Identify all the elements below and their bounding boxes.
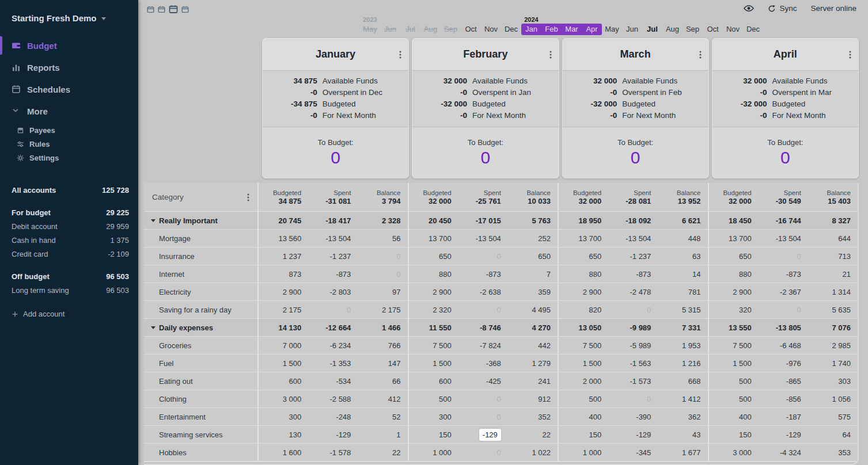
sidebar-item-reports[interactable]: Reports [0, 56, 138, 78]
account-row-cash-in-hand[interactable]: Cash in hand1 375 [0, 233, 138, 247]
balance-cell[interactable]: 412 [358, 390, 407, 407]
budgeted-cell[interactable]: 13 560 [259, 230, 308, 247]
balance-cell[interactable]: 303 [808, 372, 858, 390]
balance-cell[interactable]: 2 985 [808, 337, 858, 354]
budgeted-cell[interactable]: 7 500 [709, 337, 759, 354]
budgeted-cell[interactable]: 2 320 [409, 301, 458, 318]
budgeted-cell[interactable]: 13 550 [709, 319, 759, 336]
spent-cell[interactable]: -1 353 [308, 355, 358, 372]
month-nav-apr[interactable]: Apr [582, 24, 602, 35]
balance-cell[interactable]: 448 [658, 230, 707, 247]
sidebar-item-payees[interactable]: Payees [0, 123, 138, 137]
spent-cell[interactable]: -856 [759, 390, 808, 407]
spent-cell[interactable]: -873 [308, 265, 358, 283]
balance-cell[interactable]: 7 076 [808, 319, 858, 336]
column-header-spent[interactable]: Spent-30 549 [759, 183, 808, 211]
spent-cell[interactable]: -873 [608, 265, 658, 283]
budgeted-cell[interactable]: 650 [709, 247, 759, 265]
budgeted-cell[interactable]: 18 450 [709, 212, 759, 229]
balance-cell[interactable]: 147 [358, 355, 407, 372]
spent-cell[interactable]: -1 563 [608, 355, 658, 372]
spent-cell[interactable]: -17 015 [458, 212, 508, 229]
budgeted-cell[interactable]: 880 [559, 265, 608, 283]
spent-cell[interactable]: -865 [759, 372, 808, 390]
budgeted-cell[interactable]: 880 [409, 265, 458, 283]
budgeted-cell[interactable]: 300 [259, 408, 308, 425]
account-row-debit-account[interactable]: Debit account29 959 [0, 219, 138, 233]
budgeted-cell[interactable]: 20 745 [259, 212, 308, 229]
balance-cell[interactable]: 1 314 [808, 283, 858, 300]
calendar-view-button-1[interactable] [147, 6, 154, 13]
balance-cell[interactable]: 353 [808, 444, 858, 461]
budgeted-cell[interactable]: 3 000 [709, 444, 759, 461]
spent-cell[interactable]: -534 [308, 372, 358, 390]
spent-cell[interactable]: -129 [608, 426, 658, 443]
balance-cell[interactable]: 241 [508, 372, 558, 390]
balance-cell[interactable]: 0 [358, 247, 407, 265]
sidebar-item-schedules[interactable]: Schedules [0, 78, 138, 100]
spent-cell[interactable]: 0 [458, 390, 508, 407]
budgeted-cell[interactable]: 2 900 [559, 283, 608, 300]
category-name[interactable]: Saving for a rainy day [144, 301, 257, 318]
spent-cell[interactable]: 0 [458, 444, 508, 461]
budgeted-cell[interactable]: 320 [709, 301, 759, 318]
budgeted-cell[interactable]: 150 [559, 426, 608, 443]
balance-cell[interactable]: 7 331 [658, 319, 707, 336]
balance-cell[interactable]: 912 [508, 390, 558, 407]
budgeted-cell[interactable]: 14 130 [259, 319, 308, 336]
category-name[interactable]: Fuel [144, 355, 257, 372]
balance-cell[interactable]: 14 [658, 265, 707, 283]
spent-cell[interactable]: -18 092 [608, 212, 658, 229]
spent-cell[interactable]: -1 237 [608, 247, 658, 265]
category-name[interactable]: Really Important [144, 212, 257, 229]
category-name[interactable]: Entertainment [144, 408, 257, 425]
budgeted-cell[interactable]: 500 [559, 390, 608, 407]
sidebar-item-settings[interactable]: Settings [0, 151, 138, 165]
budgeted-cell[interactable]: 2 900 [709, 283, 759, 300]
budgeted-cell[interactable]: 873 [259, 265, 308, 283]
collapse-triangle-icon[interactable] [151, 219, 156, 222]
spent-cell[interactable]: -4 324 [759, 444, 808, 461]
column-header-balance[interactable]: Balance10 033 [508, 183, 558, 211]
balance-cell[interactable]: 1 466 [358, 319, 407, 336]
month-nav-jul[interactable]: Jul [642, 24, 662, 35]
category-name[interactable]: Electricity [144, 283, 257, 300]
balance-cell[interactable]: 52 [358, 408, 407, 425]
budgeted-cell[interactable]: 880 [709, 265, 759, 283]
add-account-button[interactable]: Add account [0, 310, 138, 318]
spent-cell[interactable]: -12 664 [308, 319, 358, 336]
highlighted-cell-value[interactable]: -129 [479, 429, 501, 441]
category-name[interactable]: Eating out [144, 372, 257, 390]
balance-cell[interactable]: 97 [358, 283, 407, 300]
budgeted-cell[interactable]: 1 500 [709, 355, 759, 372]
balance-cell[interactable]: 56 [358, 230, 407, 247]
spent-cell[interactable]: -2 803 [308, 283, 358, 300]
budgeted-cell[interactable]: 400 [559, 408, 608, 425]
budgeted-cell[interactable]: 13 700 [409, 230, 458, 247]
month-nav-aug[interactable]: Aug [662, 24, 683, 35]
budgeted-cell[interactable]: 11 550 [409, 319, 458, 336]
spent-cell[interactable]: -8 746 [458, 319, 508, 336]
spent-cell[interactable]: -976 [759, 355, 808, 372]
spent-cell[interactable]: -1 578 [308, 444, 358, 461]
column-header-budgeted[interactable]: Budgeted32 000 [709, 183, 759, 211]
category-name[interactable]: Insurrance [144, 247, 257, 265]
column-header-balance[interactable]: Balance3 794 [358, 183, 407, 211]
budgeted-cell[interactable]: 1 237 [259, 247, 308, 265]
spent-cell[interactable]: -390 [608, 408, 658, 425]
kebab-menu-icon[interactable] [549, 51, 552, 59]
balance-cell[interactable]: 1 [358, 426, 407, 443]
calendar-view-button-2[interactable] [158, 6, 165, 13]
sidebar-item-budget[interactable]: Budget [0, 35, 138, 56]
category-name[interactable]: Internet [144, 265, 257, 283]
month-nav-jun[interactable]: Jun [622, 24, 642, 35]
column-header-budgeted[interactable]: Budgeted34 875 [259, 183, 308, 211]
collapse-triangle-icon[interactable] [151, 326, 156, 329]
spent-cell[interactable]: -129 [308, 426, 358, 443]
month-nav-may[interactable]: May [602, 24, 622, 35]
spent-cell[interactable]: -6 234 [308, 337, 358, 354]
month-nav-aug[interactable]: Aug [420, 24, 441, 35]
budgeted-cell[interactable]: 18 950 [559, 212, 608, 229]
spent-cell[interactable]: -2 478 [608, 283, 658, 300]
spent-cell[interactable]: -2 588 [308, 390, 358, 407]
